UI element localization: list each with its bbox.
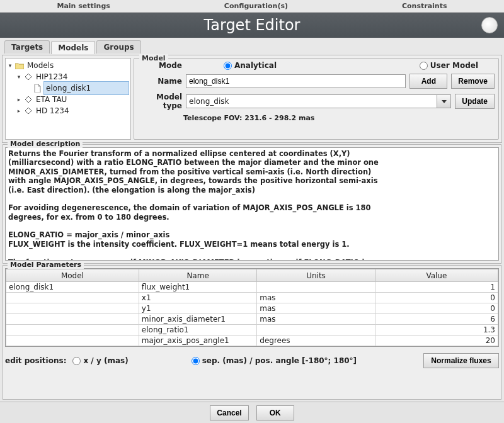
table-row[interactable]: minor_axis_diameter1mas6 [6,314,498,325]
model-description-text[interactable]: Returns the Fourier transform of a norma… [5,147,499,261]
model-description-legend: Model description [8,140,83,148]
add-button[interactable]: Add [410,74,447,89]
document-icon [33,84,42,93]
tabbar: Targets Models Groups [2,40,502,54]
model-type-label: Model type [138,93,182,110]
model-parameters-legend: Model Parameters [8,261,84,269]
table-row[interactable]: elong_ratio11.3 [6,325,498,336]
tab-models[interactable]: Models [51,41,95,54]
diamond-icon [24,106,33,115]
model-panel: Model Mode Analytical User Model Na [134,58,499,140]
mode-user-radio[interactable]: User Model [420,61,478,70]
model-tree[interactable]: ▾ Models ▾ HIP1234 [5,58,131,140]
edit-positions-label: edit positions: [5,356,66,365]
edit-xy-radio[interactable]: x / y (mas) [72,356,128,365]
col-model[interactable]: Model [6,269,139,282]
folder-icon [15,61,24,70]
tree-node-elong-disk1[interactable]: elong_disk1 [43,81,129,95]
crumb-config[interactable]: Configuration(s) [217,2,295,10]
parameters-table[interactable]: Model Name Units Value elong_disk1flux_w… [6,269,498,346]
busy-indicator [481,17,498,33]
edit-sep-radio[interactable]: sep. (mas) / pos. angle [-180°; 180°] [192,356,357,365]
normalize-fluxes-button[interactable]: Normalize fluxes [423,353,499,368]
model-description-panel: Model description Returns the Fourier tr… [2,144,502,264]
tree-node-eta-tau[interactable]: ETA TAU [35,95,68,104]
model-type-select[interactable]: elong_disk [186,94,451,108]
page-title: Target Editor [204,16,301,34]
tree-toggle-icon[interactable]: ▸ [16,96,22,103]
diamond-icon [24,72,33,81]
remove-button[interactable]: Remove [451,74,495,89]
col-value[interactable]: Value [375,269,498,282]
table-row[interactable]: major_axis_pos_angle1degrees20 [6,336,498,346]
mode-label: Mode [138,61,182,70]
titlebar: Target Editor [0,13,504,38]
dialog-buttons: Cancel OK [0,402,504,423]
tab-groups[interactable]: Groups [96,40,140,54]
tree-node-hd1234[interactable]: HD 1234 [35,106,71,115]
tree-node-hip1234[interactable]: HIP1234 [35,72,69,81]
chevron-down-icon[interactable] [437,95,450,108]
table-row[interactable]: elong_disk1flux_weight11 [6,282,498,293]
col-name[interactable]: Name [139,269,256,282]
cancel-button[interactable]: Cancel [210,405,248,420]
table-row[interactable]: x1mas0 [6,293,498,303]
tree-toggle-icon[interactable]: ▾ [16,74,22,80]
name-field[interactable] [186,74,406,88]
model-legend: Model [139,54,168,62]
crumb-main[interactable]: Main settings [49,2,117,10]
crumb-constraints[interactable]: Constraints [394,2,455,10]
update-button[interactable]: Update [455,94,495,109]
ok-button[interactable]: OK [256,405,294,420]
breadcrumb: Main settings Configuration(s) Constrain… [0,0,504,13]
telescope-fov: Telescope FOV: 231.6 - 298.2 mas [138,114,495,122]
model-parameters-panel: Model Parameters Model Name Units Value … [2,265,502,400]
tree-toggle-icon[interactable]: ▾ [7,62,13,69]
name-label: Name [138,77,182,86]
col-units[interactable]: Units [257,269,375,282]
tab-targets[interactable]: Targets [4,40,50,54]
mode-analytical-radio[interactable]: Analytical [224,61,277,70]
diamond-icon [24,95,33,104]
table-row[interactable]: y1mas0 [6,303,498,314]
tree-root[interactable]: Models [26,61,55,70]
tree-toggle-icon[interactable]: ▸ [16,108,22,114]
